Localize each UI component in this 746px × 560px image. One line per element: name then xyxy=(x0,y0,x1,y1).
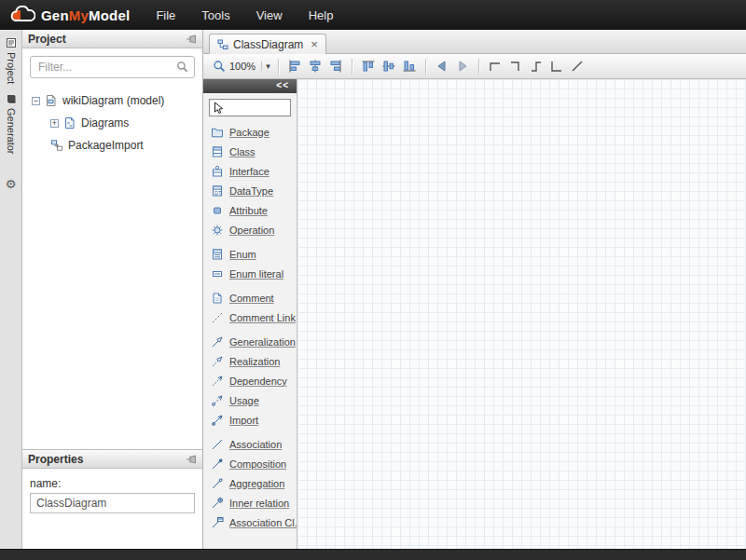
enum-icon xyxy=(211,248,224,261)
filter-input[interactable] xyxy=(30,56,195,78)
palette-tool-usage[interactable]: Usage xyxy=(203,390,297,410)
connector-step-icon[interactable] xyxy=(526,57,546,76)
palette-tool-comment-link[interactable]: Comment Link xyxy=(203,307,297,327)
package-import-icon xyxy=(50,139,63,152)
chevron-down-icon[interactable]: ▾ xyxy=(261,61,270,71)
palette-tool-label: Enum xyxy=(229,249,256,260)
generator-book-icon xyxy=(6,93,17,104)
generalization-icon xyxy=(211,335,224,348)
expand-plus-icon[interactable]: + xyxy=(50,119,59,128)
rail-tab-generator[interactable]: Generator xyxy=(6,93,17,155)
diagram-icon xyxy=(217,39,228,50)
palette-tool-label: Comment xyxy=(229,293,274,304)
gear-icon[interactable]: ⚙ xyxy=(6,177,17,191)
left-rail: Project Generator ⚙ xyxy=(0,30,22,549)
pointer-tool[interactable] xyxy=(209,99,291,116)
connector-rectilinear-icon[interactable] xyxy=(485,57,505,76)
palette-tool-attribute[interactable]: Attribute xyxy=(203,200,297,220)
connector-elbow-icon[interactable] xyxy=(505,57,526,76)
tree-item-label: Diagrams xyxy=(81,116,129,130)
zoom-value: 100% xyxy=(229,61,256,72)
palette-tool-realization[interactable]: Realization xyxy=(203,351,297,371)
palette-tool-label: Realization xyxy=(229,356,280,367)
project-tree: − wikiDiagram (model) + Diagrams xyxy=(22,86,202,157)
cursor-icon xyxy=(214,102,224,115)
collapse-expander-icon[interactable]: − xyxy=(32,97,40,105)
arrow-right-icon[interactable] xyxy=(452,57,473,76)
status-bar xyxy=(0,549,746,560)
menu-file[interactable]: File xyxy=(143,0,188,30)
palette-tool-comment[interactable]: Comment xyxy=(203,288,297,307)
palette-tool-label: Generalization xyxy=(229,336,296,348)
palette-tool-interface[interactable]: Interface xyxy=(203,161,297,181)
rail-tab-project[interactable]: Project xyxy=(6,37,17,84)
palette-collapse-button[interactable]: << xyxy=(203,79,297,93)
align-bottom-icon[interactable] xyxy=(399,57,420,76)
palette-tool-association[interactable]: Association xyxy=(203,434,297,454)
tab-classdiagram[interactable]: ClassDiagram × xyxy=(209,34,326,54)
toolbar-separator xyxy=(352,59,352,75)
align-left-icon[interactable] xyxy=(284,57,305,76)
pin-icon[interactable] xyxy=(186,34,197,44)
align-middle-icon[interactable] xyxy=(379,57,399,76)
project-panel: Project − xyxy=(22,30,202,449)
palette-tool-datatype[interactable]: DT DataType xyxy=(203,181,297,200)
name-field-label: name: xyxy=(30,477,195,490)
palette-tool-association-class[interactable]: Association Cl... xyxy=(203,512,297,532)
left-panel-column: Project − xyxy=(22,30,203,549)
tree-item-diagrams[interactable]: + Diagrams xyxy=(22,112,202,134)
tab-label: ClassDiagram xyxy=(233,38,303,51)
palette-tool-class[interactable]: Class xyxy=(203,142,297,161)
palette-tool-operation[interactable]: Operation xyxy=(203,220,297,239)
properties-panel-header: Properties xyxy=(22,450,202,469)
palette-tool-label: DataType xyxy=(229,185,273,197)
project-panel-title: Project xyxy=(28,33,66,46)
brand-name: GenMyModel xyxy=(41,7,130,23)
pin-icon[interactable] xyxy=(186,455,197,464)
inner-relation-icon xyxy=(211,497,224,510)
menu-help[interactable]: Help xyxy=(296,0,347,30)
editor-area: ClassDiagram × 100% ▾ xyxy=(203,30,746,549)
palette-tool-label: Usage xyxy=(229,395,259,406)
palette-tool-label: Association xyxy=(229,439,282,450)
palette-tool-label: Operation xyxy=(229,225,274,236)
palette-tool-import[interactable]: Import xyxy=(203,410,297,430)
palette-tool-list: Package Class Interface DT DataType xyxy=(203,122,297,532)
comment-link-icon xyxy=(211,311,224,324)
palette-tool-label: Package xyxy=(229,127,269,138)
name-field[interactable] xyxy=(30,493,195,513)
svg-text:DT: DT xyxy=(214,189,222,195)
palette-tool-label: Import xyxy=(229,415,258,426)
tree-item-packageimport[interactable]: PackageImport xyxy=(22,134,202,157)
menu-view[interactable]: View xyxy=(243,0,296,30)
connector-corner-icon[interactable] xyxy=(546,57,567,76)
palette-tool-label: Composition xyxy=(229,458,286,470)
zoom-control[interactable]: 100% ▾ xyxy=(211,60,272,73)
align-right-icon[interactable] xyxy=(325,57,346,76)
palette-tool-label: Inner relation xyxy=(229,498,289,509)
align-top-icon[interactable] xyxy=(358,57,379,76)
arrow-left-icon[interactable] xyxy=(432,57,452,76)
align-center-icon[interactable] xyxy=(305,57,325,76)
palette-tool-package[interactable]: Package xyxy=(203,122,297,142)
palette-tool-aggregation[interactable]: Aggregation xyxy=(203,473,297,493)
palette-tool-generalization[interactable]: Generalization xyxy=(203,332,297,351)
menu-bar: File Tools View Help xyxy=(143,0,346,30)
palette-tool-composition[interactable]: Composition xyxy=(203,454,297,473)
filter-area xyxy=(22,48,202,86)
palette-tool-dependency[interactable]: Dependency xyxy=(203,371,297,390)
tree-item-wikidiagram[interactable]: − wikiDiagram (model) xyxy=(22,89,202,112)
palette-tool-enum-literal[interactable]: Enum literal xyxy=(203,264,297,283)
palette-tool-label: Interface xyxy=(229,166,269,177)
diagram-canvas[interactable] xyxy=(297,79,746,549)
palette-tool-inner-relation[interactable]: Inner relation xyxy=(203,493,297,512)
palette-tool-label: Aggregation xyxy=(229,478,284,489)
connector-oblique-icon[interactable] xyxy=(567,57,587,76)
palette-tool-label: Class xyxy=(229,146,256,157)
palette-tool-enum[interactable]: Enum xyxy=(203,244,297,264)
menu-tools[interactable]: Tools xyxy=(188,0,242,30)
workspace: << Package Class xyxy=(203,79,746,549)
content-area: Project Generator ⚙ Project xyxy=(0,30,746,549)
close-icon[interactable]: × xyxy=(311,40,318,49)
toolbar-separator xyxy=(478,59,479,75)
